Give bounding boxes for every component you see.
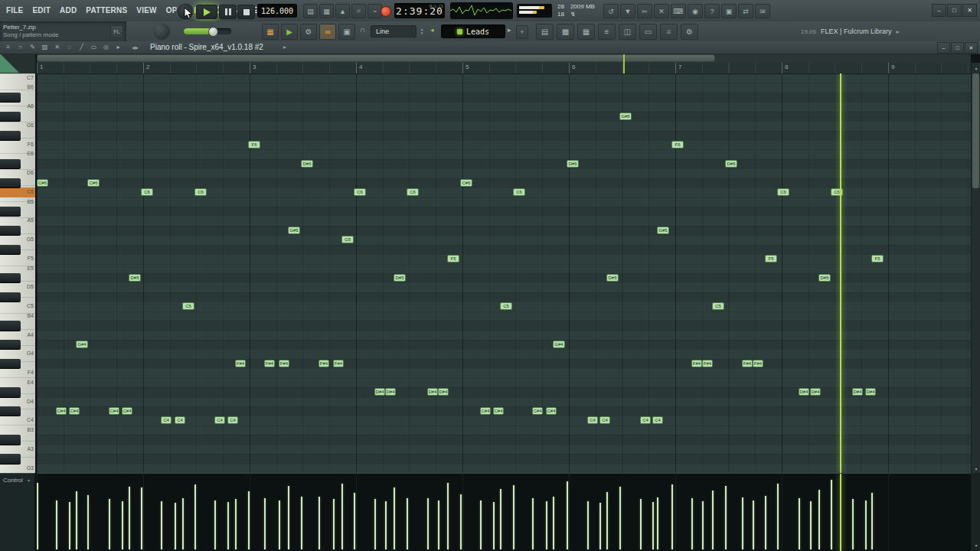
velocity-stem[interactable] <box>175 503 176 549</box>
typing-to-piano-icon[interactable]: ▦ <box>262 24 279 40</box>
vertical-scrollbar[interactable]: ▴ ▾ <box>971 63 980 473</box>
piano-key-g3[interactable]: G3 <box>17 464 34 473</box>
velocity-stem[interactable] <box>341 484 343 549</box>
note-ds5[interactable]: D#5 <box>818 274 831 282</box>
piano-key-c5[interactable]: C5 <box>17 302 34 311</box>
note-fs4[interactable]: F#4 <box>702 360 713 367</box>
recording-filter-icon[interactable]: ▼ <box>620 4 635 18</box>
channel-next-icon[interactable]: ▸ <box>508 26 511 34</box>
cut-icon[interactable]: ✂ <box>637 4 652 18</box>
velocity-stem[interactable] <box>279 500 280 549</box>
slice-tool-icon[interactable]: ╱ <box>76 42 87 52</box>
note-c6[interactable]: C6 <box>407 188 419 196</box>
touch-controller-icon[interactable]: ▣ <box>338 24 355 40</box>
fl-badge-icon[interactable]: FL <box>110 25 123 38</box>
snap-magnet-icon[interactable]: ∩ <box>360 25 365 34</box>
note-fs4[interactable]: F#4 <box>235 360 246 367</box>
title-more-icon[interactable]: ▸ <box>283 41 286 54</box>
piano-key-a5[interactable]: A5 <box>17 216 34 225</box>
piano-key-b4[interactable]: B4 <box>17 311 34 321</box>
mixer-icon[interactable]: ≡ <box>598 24 616 40</box>
piano-key-d6[interactable]: D6 <box>17 168 34 178</box>
piano-key-as3[interactable] <box>0 435 21 445</box>
note-fs4[interactable]: F#4 <box>691 360 702 367</box>
piano-key-g6[interactable]: G6 <box>17 121 34 130</box>
piano-key-ds4[interactable] <box>0 387 21 397</box>
undo-icon[interactable]: ↺ <box>603 4 619 18</box>
velocity-stem[interactable] <box>753 500 754 549</box>
piano-key-f5[interactable]: F5 <box>17 254 34 263</box>
song-end-marker[interactable] <box>623 54 625 73</box>
time-display[interactable]: 2:39:20 M:S:CS <box>394 3 445 18</box>
note-f5[interactable]: F5 <box>447 255 459 262</box>
delete-tool-icon[interactable]: ✕ <box>51 42 63 52</box>
velocity-stem[interactable] <box>161 501 162 549</box>
stop-button[interactable] <box>237 5 255 19</box>
browser-icon[interactable]: ◫ <box>619 24 636 40</box>
velocity-stem[interactable] <box>799 498 800 549</box>
note-f6[interactable]: F6 <box>671 141 684 148</box>
note-cs4[interactable]: C#4 <box>122 407 132 415</box>
link-controllers-icon[interactable]: ∞ <box>319 24 336 40</box>
piano-key-ds5[interactable] <box>0 273 21 283</box>
velocity-stem[interactable] <box>619 487 621 549</box>
piano-key-c4[interactable]: C4 <box>17 416 34 425</box>
fl-logo-knob[interactable] <box>153 23 170 40</box>
note-cs4[interactable]: C#4 <box>532 407 543 415</box>
song-mode-icon[interactable]: ▦ <box>319 4 334 18</box>
velocity-stem[interactable] <box>546 501 547 549</box>
velocity-stem[interactable] <box>725 486 727 549</box>
velocity-stem[interactable] <box>532 498 534 549</box>
piano-key-cs4[interactable] <box>0 406 21 416</box>
velocity-stem[interactable] <box>87 495 89 549</box>
piano-key-a6[interactable]: A6 <box>17 102 34 111</box>
minimize-button[interactable]: – <box>932 4 946 17</box>
velocity-stem[interactable] <box>122 501 123 549</box>
velocity-stem[interactable] <box>227 502 229 549</box>
piano-key-e5[interactable]: E5 <box>17 264 34 273</box>
note-c6[interactable]: C6 <box>141 188 153 196</box>
close-button[interactable]: ✕ <box>962 4 977 17</box>
piano-key-f6[interactable]: F6 <box>17 140 34 149</box>
piano-key-e6[interactable]: E6 <box>17 149 34 158</box>
note-fs4[interactable]: F#4 <box>753 360 763 367</box>
note-c5[interactable]: C5 <box>182 302 194 310</box>
pencil-icon[interactable]: ✎ <box>27 42 38 52</box>
piano-key-g5[interactable]: G5 <box>17 235 34 244</box>
note-cs6[interactable]: C#6 <box>37 179 48 187</box>
sync-icon[interactable]: ⇄ <box>738 4 753 18</box>
magnet-icon[interactable]: ∩ <box>15 42 26 52</box>
snap-spinner[interactable]: ▴ ▾ <box>418 25 426 37</box>
piano-key-c7[interactable]: C7 <box>17 73 34 83</box>
note-ds5[interactable]: D#5 <box>394 274 406 282</box>
velocity-stem[interactable] <box>777 484 779 549</box>
piano-keyboard[interactable]: C7B6A6G6F6E6D6C6B5A5G5F5E5D5C5B4A4G4F4E4… <box>0 73 36 473</box>
note-ds4[interactable]: D#4 <box>799 388 809 396</box>
velocity-stem[interactable] <box>129 487 130 549</box>
note-fs4[interactable]: F#4 <box>333 360 344 367</box>
timeline-ruler[interactable]: 123456789 <box>37 63 971 74</box>
note-ds4[interactable]: D#4 <box>438 388 449 396</box>
velocity-stem[interactable] <box>37 483 38 549</box>
channel-add-button[interactable]: + <box>516 25 528 39</box>
piano-key-d4[interactable]: D4 <box>17 397 34 406</box>
note-cs6[interactable]: C#6 <box>87 179 100 187</box>
velocity-stem[interactable] <box>288 486 289 549</box>
note-c4[interactable]: C4 <box>587 416 598 424</box>
velocity-stem[interactable] <box>427 498 429 549</box>
zoom-tool-icon[interactable]: ◎ <box>100 42 112 52</box>
piano-key-b5[interactable]: B5 <box>17 197 34 207</box>
playback-tool-icon[interactable]: ▸ <box>113 42 124 52</box>
velocity-stem[interactable] <box>318 497 320 549</box>
note-c4[interactable]: C4 <box>214 416 225 424</box>
menu-item-edit[interactable]: EDIT <box>28 0 55 21</box>
pause-button[interactable] <box>219 5 237 19</box>
note-gs5[interactable]: G#5 <box>288 227 300 234</box>
piano-key-cs5[interactable] <box>0 292 21 302</box>
play-button[interactable] <box>196 5 217 19</box>
piano-key-fs6[interactable] <box>0 131 21 141</box>
velocity-stem[interactable] <box>765 496 766 549</box>
note-c4[interactable]: C4 <box>227 416 238 424</box>
piano-key-gs6[interactable] <box>0 112 21 122</box>
velocity-lane[interactable] <box>37 473 971 551</box>
